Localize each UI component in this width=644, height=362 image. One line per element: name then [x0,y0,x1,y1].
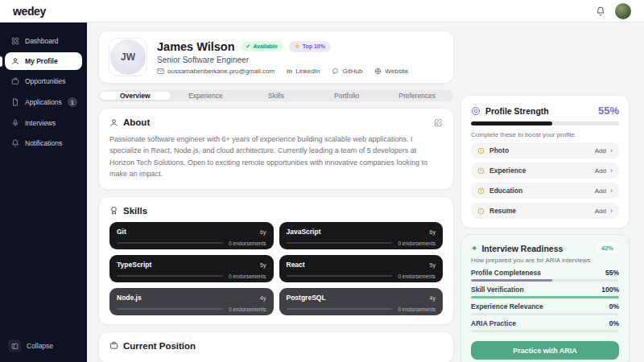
about-title: About [123,117,150,127]
sidebar-item-dashboard[interactable]: Dashboard [5,32,82,50]
profile-job-title: Senior Software Engineer [157,56,408,64]
skill-card[interactable]: TypeScript5y 0 endorsements [109,255,274,282]
skill-card[interactable]: Node.js4y 0 endorsements [109,288,274,315]
boost-item-resume[interactable]: Resume Add› [471,203,619,219]
skills-title: Skills [123,206,147,216]
metric-profile-completeness: Profile Completeness55% [471,269,619,282]
metric-skill-verification: Skill Verification100% [471,286,619,298]
top-bar: wedey [0,0,644,23]
interview-readiness-title: Interview Readiness [481,244,563,253]
skills-grid: Git6y 0 endorsements JavaScript6y 0 endo… [109,222,443,315]
website-link[interactable]: Website [374,68,408,75]
briefcase-icon [109,341,118,350]
profile-tabs: Overview Experience Skills Portfolio Pre… [98,90,454,101]
bell-icon [11,139,19,147]
github-icon [332,68,339,75]
sidebar-item-label: My Profile [25,57,58,65]
profile-strength-title: Profile Strength [485,106,549,116]
person-icon [109,118,118,127]
metric-aria-practice: ARIA Practice0% [471,319,619,332]
globe-icon [374,68,382,75]
interview-readiness-card: ✦ Interview Readiness 42% How prepared y… [460,234,630,362]
linkedin-link[interactable]: in LinkedIn [287,68,320,75]
boost-item-experience[interactable]: Experience Add› [471,162,619,179]
boost-item-photo[interactable]: Photo Add› [471,142,619,158]
profile-strength-subtitle: Complete these to boost your profile: [471,131,619,138]
tab-preferences[interactable]: Preferences [382,92,452,100]
profile-strength-bar [471,121,619,125]
sparkles-icon: ✦ [471,245,477,253]
interview-readiness-subtitle: How prepared you are for ARIA interviews [471,257,619,264]
metric-experience-relevance: Experience Relevance0% [471,302,619,315]
sidebar-item-interviews[interactable]: Interviews [5,114,82,132]
microphone-icon [11,119,19,127]
chevron-right-icon: › [610,187,613,195]
alert-circle-icon [477,187,485,195]
star-icon: ★ [295,43,300,50]
sidebar-item-my-profile[interactable]: My Profile [5,52,82,70]
grid-icon [11,37,19,45]
current-position-card: Current Position [98,331,454,362]
tab-skills[interactable]: Skills [241,92,312,100]
check-icon: ✓ [246,43,251,50]
linkedin-icon: in [287,68,292,75]
tab-portfolio[interactable]: Portfolio [312,92,382,100]
mail-icon [157,68,164,75]
chevron-right-icon: › [610,146,613,154]
sidebar-item-label: Dashboard [25,37,59,45]
skill-card[interactable]: React5y 0 endorsements [279,255,444,282]
sidebar-item-opportunities[interactable]: Opportunities [5,72,82,90]
profile-strength-percent: 55% [598,105,619,117]
briefcase-icon [11,77,19,85]
github-link[interactable]: GitHub [332,68,362,75]
alert-circle-icon [477,147,485,154]
sidebar-item-label: Opportunities [25,77,66,85]
skill-card[interactable]: Git6y 0 endorsements [109,222,274,249]
target-icon [471,106,481,116]
sidebar-item-label: Applications [25,98,62,106]
edit-icon[interactable] [434,118,443,127]
document-icon [11,98,19,106]
sidebar: Dashboard My Profile Opportunities Appli… [0,23,87,362]
sidebar-collapse-button[interactable]: Collapse [5,339,82,352]
top-percent-badge: ★Top 10% [289,41,331,52]
sidebar-item-applications[interactable]: Applications 1 [5,93,82,112]
about-card: About Passionate software engineer with … [98,108,454,190]
email-link[interactable]: oussamabenberkane.pro@gmail.com [157,68,275,75]
profile-header-card: JW James Wilson ✓Available ★Top 10% Seni… [98,31,454,84]
availability-badge: ✓Available [241,41,283,51]
profile-name: James Wilson [157,40,235,53]
about-text: Passionate software engineer with 6+ yea… [109,134,443,180]
avatar-initials: JW [121,51,135,63]
sidebar-item-notifications[interactable]: Notifications [5,134,82,152]
skill-card[interactable]: JavaScript6y 0 endorsements [279,222,444,249]
boost-item-education[interactable]: Education Add› [471,183,619,199]
tab-overview[interactable]: Overview [100,92,171,100]
skill-card[interactable]: PostgreSQL4y 0 endorsements [279,288,444,315]
app-logo: wedey [13,5,46,18]
alert-circle-icon [477,208,485,215]
user-icon [11,57,19,65]
applications-count-badge: 1 [68,97,77,107]
sidebar-item-label: Notifications [25,139,62,147]
profile-avatar: JW [109,38,147,76]
profile-strength-card: Profile Strength 55% Complete these to b… [460,95,630,228]
alert-circle-icon [477,167,485,175]
collapse-label: Collapse [27,342,53,350]
medal-icon [109,206,118,215]
sidebar-item-label: Interviews [25,119,56,127]
practice-with-aria-button[interactable]: Practice with ARIA [471,341,619,360]
current-position-title: Current Position [123,341,196,351]
user-avatar[interactable] [615,3,631,19]
tab-experience[interactable]: Experience [171,92,242,100]
collapse-panel-icon [8,339,21,352]
interview-readiness-percent: 42% [596,243,619,253]
notifications-bell-icon[interactable] [596,6,605,16]
chevron-right-icon: › [610,167,613,175]
skills-card: Skills Git6y 0 endorsements JavaScript6y… [98,196,454,325]
chevron-right-icon: › [610,207,613,215]
